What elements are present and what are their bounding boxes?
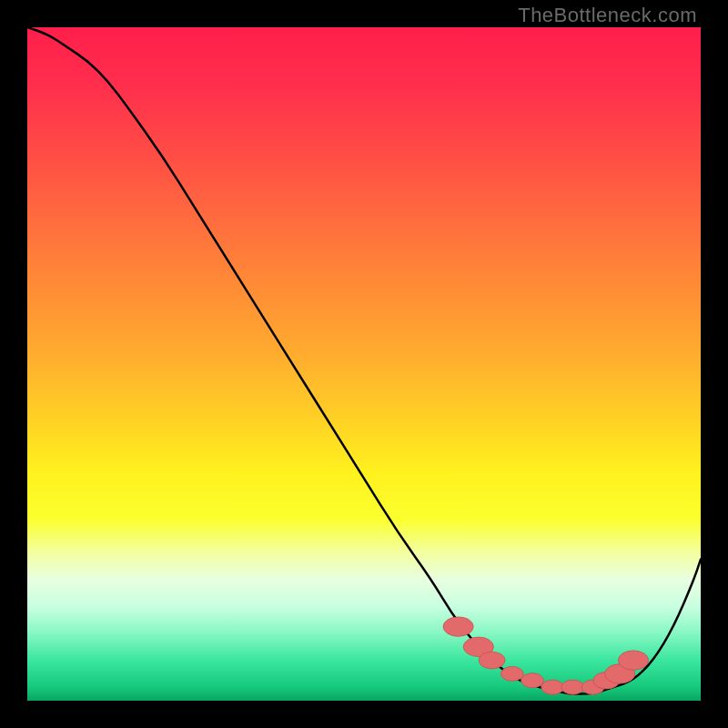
plot-background-gradient (27, 27, 701, 701)
watermark-text: TheBottleneck.com (518, 4, 697, 27)
chart-frame: TheBottleneck.com (0, 0, 728, 728)
